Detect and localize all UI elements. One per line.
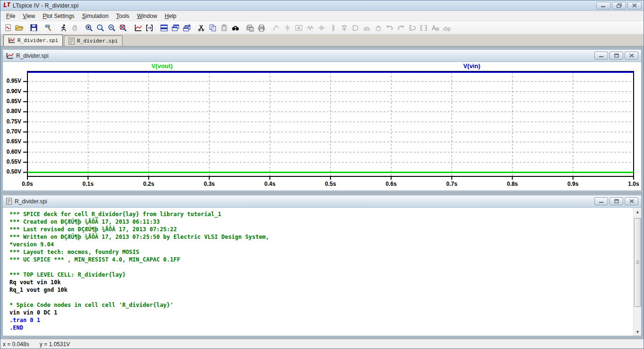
zoom-in-icon[interactable] xyxy=(84,22,95,34)
text-icon[interactable] xyxy=(429,22,441,34)
netlist-window: R_divider.spi *** SPICE deck for cell R_… xyxy=(2,195,642,336)
menu-view[interactable]: View xyxy=(19,11,39,21)
cursor-y-readout: y = 1.0531V xyxy=(40,341,70,348)
netlist-restore-button[interactable] xyxy=(609,197,623,205)
code-line: * Spice Code nodes in cell cell 'R_divid… xyxy=(9,301,630,309)
run-icon[interactable] xyxy=(58,22,69,34)
ltspice-logo-icon xyxy=(3,2,11,9)
halt-icon[interactable] xyxy=(69,22,80,34)
copy-icon[interactable] xyxy=(207,22,218,34)
y-tick-label: 0.65V xyxy=(3,138,21,145)
waveform-window-icon xyxy=(6,52,14,59)
label-icon[interactable] xyxy=(293,22,305,34)
cursor-x-readout: x = 0.048s xyxy=(3,341,29,348)
code-line: .END xyxy=(9,324,630,332)
menu-window[interactable]: Window xyxy=(133,11,161,21)
waveform-restore-button[interactable] xyxy=(609,52,623,60)
tile-windows-icon[interactable] xyxy=(158,22,170,34)
y-tick-label: 0.50V xyxy=(3,168,21,175)
code-line: *** Written on ÐÇÆÚ¶þ ¾ÅÔÂ 17, 2013 07:2… xyxy=(9,233,630,241)
x-tick-label: 0.3s xyxy=(195,181,224,187)
waveform-close-button[interactable] xyxy=(625,52,638,60)
status-bar: x = 0.048s y = 1.0531V xyxy=(0,339,644,349)
netlist-minimize-button[interactable] xyxy=(594,197,608,205)
zoom-full-extents-icon[interactable] xyxy=(118,22,129,34)
zoom-back-icon[interactable] xyxy=(95,22,106,34)
undo-icon[interactable] xyxy=(384,22,395,34)
code-line: *version 9.04 xyxy=(9,241,630,248)
wire-icon[interactable] xyxy=(270,22,282,34)
legend-V(vout): V(vout) xyxy=(151,62,173,70)
netlist-editor[interactable]: *** SPICE deck for cell R_divider{lay} f… xyxy=(3,208,641,332)
code-line: .tran 0 1 xyxy=(9,316,630,324)
print-preview-icon[interactable] xyxy=(244,22,256,34)
x-tick-label: 0.1s xyxy=(74,181,102,187)
netlist-scrollbar[interactable]: ▲ ▼ xyxy=(633,208,641,336)
spice-directive-icon[interactable] xyxy=(441,22,452,34)
restore-button[interactable] xyxy=(612,2,626,9)
y-tick-label: 0.80V xyxy=(3,108,21,114)
control-panel-icon[interactable] xyxy=(43,22,54,34)
menu-tools[interactable]: Tools xyxy=(113,11,133,21)
x-tick-label: 0.7s xyxy=(437,181,466,187)
print-icon[interactable] xyxy=(256,22,267,34)
waveform-window-title: R_divider.spi xyxy=(16,52,49,59)
scrollbar-thumb[interactable] xyxy=(634,218,641,307)
autorange-waveform-icon[interactable] xyxy=(132,22,144,34)
arrange-windows-icon[interactable] xyxy=(181,22,192,34)
waveform-minimize-button[interactable] xyxy=(594,52,608,60)
inductor-icon[interactable] xyxy=(327,22,339,34)
menu-file[interactable]: File xyxy=(2,11,19,21)
diode-icon[interactable] xyxy=(339,22,350,34)
menu-simulation[interactable]: Simulation xyxy=(78,11,113,21)
netlist-close-button[interactable] xyxy=(625,197,638,205)
save-icon[interactable] xyxy=(28,22,40,34)
component-icon[interactable] xyxy=(350,22,361,34)
new-schematic-icon[interactable] xyxy=(2,22,14,34)
paste-icon[interactable] xyxy=(218,22,230,34)
menu-plot-settings[interactable]: Plot Settings xyxy=(39,11,78,21)
minimize-button[interactable] xyxy=(596,2,610,9)
axis-settings-icon[interactable] xyxy=(144,22,155,34)
cut-icon[interactable] xyxy=(196,22,207,34)
waveform-window-titlebar[interactable]: R_divider.spi xyxy=(3,50,641,62)
tab-netlist[interactable]: R_divider.spi xyxy=(64,35,122,46)
netlist-window-icon xyxy=(6,198,12,205)
rotate-icon[interactable] xyxy=(407,22,418,34)
x-tick-label: 0.2s xyxy=(134,181,163,187)
waveform-window: R_divider.spi 0.50V0.55V0.60V0.65V0.70V0… xyxy=(2,49,642,191)
x-tick-label: 0.8s xyxy=(498,181,527,187)
legend-V(vin): V(vin) xyxy=(463,62,480,70)
close-button[interactable] xyxy=(627,2,642,9)
scroll-up-icon[interactable]: ▲ xyxy=(634,208,641,216)
y-tick-label: 0.70V xyxy=(3,128,21,135)
toolbar xyxy=(0,21,644,35)
scroll-down-icon[interactable]: ▼ xyxy=(634,328,641,336)
redo-icon[interactable] xyxy=(395,22,407,34)
x-tick-label: 0.9s xyxy=(559,181,587,187)
zoom-out-icon[interactable] xyxy=(106,22,118,34)
code-line: *** TOP LEVEL CELL: R_divider{lay} xyxy=(9,271,630,279)
capacitor-icon[interactable] xyxy=(316,22,327,34)
x-tick-label: 0.0s xyxy=(13,181,42,187)
x-tick-label: 0.5s xyxy=(316,181,345,187)
open-file-icon[interactable] xyxy=(14,22,25,34)
x-tick-label: 1.0s xyxy=(619,181,644,187)
netlist-window-titlebar[interactable]: R_divider.spi xyxy=(3,195,641,208)
resistor-icon[interactable] xyxy=(305,22,316,34)
menu-help[interactable]: Help xyxy=(161,11,180,21)
menu-bar: File View Plot Settings Simulation Tools… xyxy=(0,11,644,21)
plot-canvas[interactable]: 0.50V0.55V0.60V0.65V0.70V0.75V0.80V0.85V… xyxy=(3,62,641,191)
move-icon[interactable] xyxy=(361,22,373,34)
tab-waveform[interactable]: R_divider.spi xyxy=(3,35,63,46)
drag-icon[interactable] xyxy=(373,22,384,34)
find-icon[interactable] xyxy=(230,22,241,34)
ground-icon[interactable] xyxy=(282,22,293,34)
y-tick-label: 0.75V xyxy=(3,118,21,125)
mirror-icon[interactable] xyxy=(418,22,429,34)
cascade-windows-icon[interactable] xyxy=(170,22,181,34)
x-tick-label: 0.6s xyxy=(377,181,405,187)
window-title: LTspice IV - R_divider.spi xyxy=(13,2,78,9)
code-line: Rq vout vin 10k xyxy=(9,279,630,286)
code-line xyxy=(9,263,630,271)
